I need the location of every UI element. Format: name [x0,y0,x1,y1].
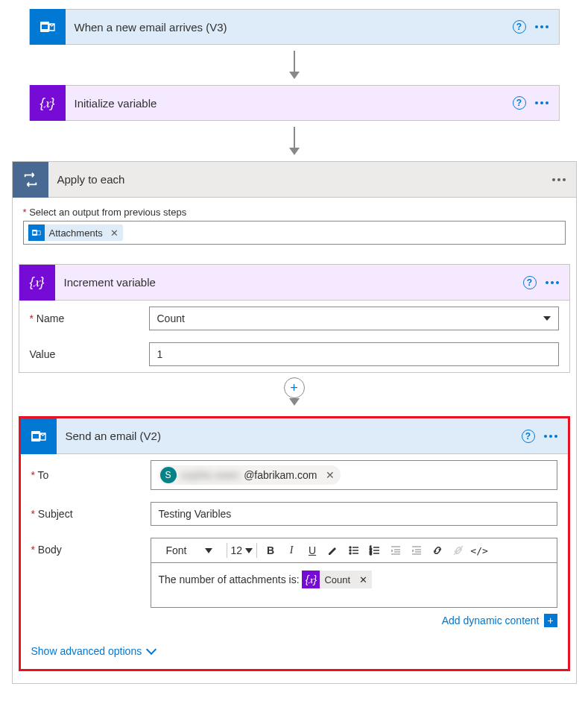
rich-text-toolbar: Font 12 B I U [151,538,557,563]
unlink-button[interactable] [449,541,468,560]
value-input[interactable]: 1 [149,342,559,366]
increment-variable-card: {𝑥} Increment variable ? Name Count Valu… [19,264,570,373]
font-size-select[interactable]: 12 [231,541,253,560]
help-icon[interactable]: ? [513,96,526,110]
help-icon[interactable]: ? [513,20,526,34]
apply-each-title: Apply to each [48,173,552,186]
recipient-pill[interactable]: S sophie.owen @fabrikam.com ✕ [159,465,341,485]
token-label: Count [320,574,355,585]
avatar: S [160,467,177,483]
action-apply-to-each[interactable]: Apply to each [13,162,576,198]
code-view-button[interactable]: </> [470,541,489,560]
select-output-label: Select an output from previous steps [23,207,566,218]
recipient-domain: @fabrikam.com [244,469,317,481]
apply-to-each-container: Apply to each Select an output from prev… [12,161,577,684]
name-value: Count [157,312,185,324]
more-icon[interactable] [552,178,566,181]
variable-icon: {𝑥} [19,265,55,301]
action-initialize-variable[interactable]: {𝑥} Initialize variable ? [29,85,560,121]
variable-icon: {𝑥} [30,85,66,121]
outlook-token-icon [28,224,45,241]
link-button[interactable] [428,541,447,560]
help-icon[interactable]: ? [523,276,537,289]
remove-recipient-icon[interactable]: ✕ [321,469,335,481]
svg-text:3: 3 [370,551,372,556]
body-label: Body [31,538,143,556]
init-var-title: Initialize variable [66,97,513,110]
show-advanced-options-link[interactable]: Show advanced options [21,633,568,662]
recipient-hidden: sophie.owen [181,469,240,481]
send-email-card-highlighted: Send an email (V2) ? To S sophie.owen @f… [19,416,570,671]
to-label: To [31,469,143,481]
highlight-button[interactable] [323,541,343,560]
token-label: Attachments [49,227,103,239]
svg-rect-3 [33,231,36,234]
outlook-icon [21,418,57,454]
subject-label: Subject [31,508,143,520]
action-send-email[interactable]: Send an email (V2) ? [21,418,568,454]
svg-rect-5 [33,434,39,439]
increment-title: Increment variable [55,276,523,289]
svg-rect-1 [42,25,48,29]
font-family-select[interactable]: Font [156,541,223,560]
attachments-token[interactable]: Attachments ✕ [28,224,123,241]
body-text: The number of attachments is: [159,574,303,585]
value-label: Value [30,348,142,360]
connector-arrow [289,51,300,79]
name-select[interactable]: Count [149,307,559,330]
underline-button[interactable]: U [303,541,322,560]
more-icon[interactable] [535,25,549,28]
more-icon[interactable] [546,281,559,284]
svg-point-8 [350,550,351,551]
outdent-button[interactable] [386,541,405,560]
remove-token-icon[interactable]: ✕ [107,227,118,239]
select-output-input[interactable]: Attachments ✕ [23,221,566,245]
number-list-button[interactable]: 123 [365,541,385,560]
subject-input[interactable]: Testing Varibles [151,502,557,526]
loop-icon [13,162,48,198]
svg-point-10 [350,553,351,554]
send-email-title: Send an email (V2) [57,430,522,442]
bullet-list-button[interactable] [344,541,364,560]
value-value: 1 [157,348,163,360]
count-variable-token[interactable]: {𝑥} Count ✕ [302,571,372,588]
outlook-icon [30,9,66,45]
italic-button[interactable]: I [282,541,301,560]
more-icon[interactable] [535,101,549,104]
to-input[interactable]: S sophie.owen @fabrikam.com ✕ [151,460,557,490]
more-icon[interactable] [544,435,557,438]
indent-button[interactable] [407,541,426,560]
add-dynamic-content-link[interactable]: Add dynamic content [442,615,540,626]
body-editor[interactable]: The number of attachments is: {𝑥} Count … [151,563,557,608]
add-dynamic-content-button[interactable]: + [544,614,557,627]
variable-icon: {𝑥} [302,571,320,588]
remove-token-icon[interactable]: ✕ [355,574,372,585]
bold-button[interactable]: B [261,541,280,560]
help-icon[interactable]: ? [522,430,535,443]
subject-value: Testing Varibles [159,508,232,520]
trigger-title: When a new email arrives (V3) [66,21,513,34]
connector-arrow [289,127,300,155]
action-increment-variable[interactable]: {𝑥} Increment variable ? [19,265,569,301]
chevron-down-icon [146,644,157,655]
trigger-when-email-arrives[interactable]: When a new email arrives (V3) ? [29,9,560,45]
name-label: Name [30,312,142,324]
add-step-button[interactable]: + [284,377,305,398]
svg-point-6 [350,547,351,548]
